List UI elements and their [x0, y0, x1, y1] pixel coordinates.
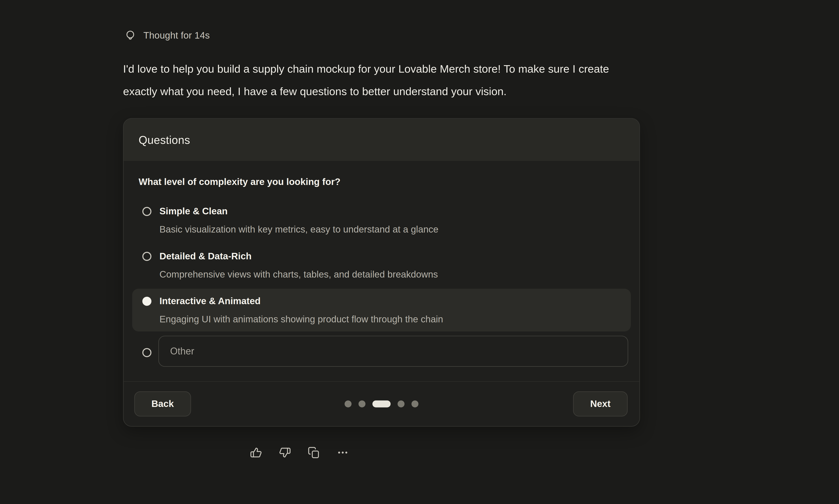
progress-dot-active [372, 400, 390, 408]
thought-duration-label: Thought for 14s [143, 30, 210, 41]
next-button[interactable]: Next [573, 391, 628, 416]
options-list: Simple & Clean Basic visualization with … [132, 199, 631, 367]
radio-unselected-icon[interactable] [142, 207, 152, 216]
radio-unselected-icon[interactable] [142, 348, 152, 357]
question-text: What level of complexity are you looking… [139, 176, 631, 187]
chat-message-view: Thought for 14s I'd love to help you bui… [0, 0, 839, 504]
progress-dot [345, 400, 352, 408]
questions-card-header: Questions [124, 119, 640, 161]
option-detailed-data-rich[interactable]: Detailed & Data-Rich Comprehensive views… [132, 244, 631, 287]
card-footer: Back Next [124, 381, 640, 426]
progress-dots [124, 382, 640, 426]
thumbs-down-icon[interactable] [278, 446, 291, 459]
option-description: Comprehensive views with charts, tables,… [159, 268, 438, 281]
option-label: Detailed & Data-Rich [159, 250, 438, 263]
card-title: Questions [139, 133, 190, 146]
option-interactive-animated[interactable]: Interactive & Animated Engaging UI with … [132, 289, 631, 331]
more-options-icon[interactable] [336, 446, 349, 459]
thought-summary[interactable]: Thought for 14s [124, 0, 839, 42]
progress-dot [398, 400, 405, 408]
option-label: Interactive & Animated [159, 294, 443, 307]
progress-dot [359, 400, 366, 408]
other-option-input[interactable] [158, 336, 628, 366]
option-description: Engaging UI with animations showing prod… [159, 313, 443, 326]
questions-card: Questions What level of complexity are y… [123, 118, 640, 427]
thumbs-up-icon[interactable] [249, 446, 262, 459]
radio-unselected-icon[interactable] [142, 252, 152, 261]
message-actions [249, 446, 640, 459]
option-other[interactable] [132, 334, 631, 366]
option-description: Basic visualization with key metrics, ea… [159, 223, 438, 236]
assistant-message-text: I'd love to help you build a supply chai… [123, 58, 754, 103]
radio-selected-icon[interactable] [142, 297, 152, 306]
option-simple-clean[interactable]: Simple & Clean Basic visualization with … [132, 199, 631, 242]
progress-dot [412, 400, 419, 408]
copy-icon[interactable] [307, 446, 320, 459]
option-label: Simple & Clean [159, 205, 438, 218]
lightbulb-icon [124, 29, 137, 42]
back-button[interactable]: Back [134, 391, 191, 416]
